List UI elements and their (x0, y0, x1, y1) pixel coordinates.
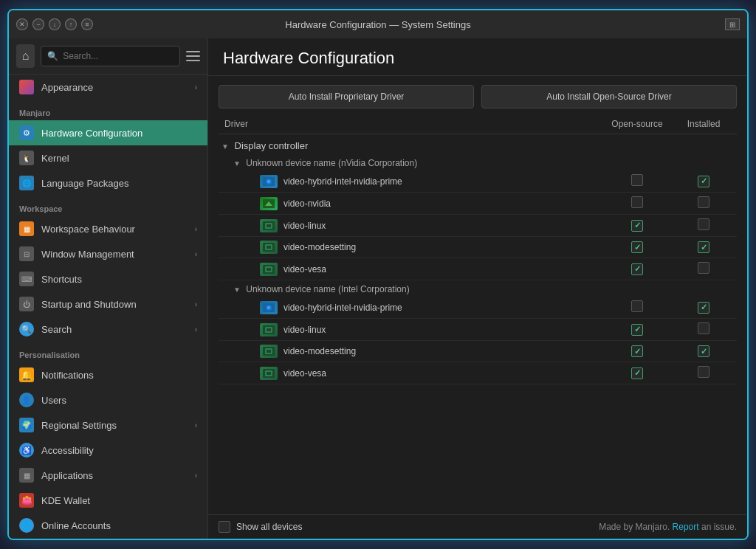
expand-down-icon: ▼ (233, 159, 241, 168)
startup-icon: ⏻ (19, 297, 34, 311)
installed-check-cell: ✓ (670, 297, 737, 319)
driver-icon-chip (260, 367, 278, 380)
installed-check-cell (670, 215, 737, 237)
users-icon: 👤 (19, 393, 34, 407)
driver-name: video-linux (284, 325, 326, 335)
sidebar-item-search[interactable]: 🔍 Search › (9, 317, 207, 342)
search-icon: 🔍 (47, 51, 58, 61)
auto-install-proprietary-button[interactable]: Auto Install Proprietary Driver (219, 85, 474, 108)
installed-checkbox[interactable] (698, 322, 709, 334)
opensource-checkbox[interactable] (631, 174, 643, 186)
driver-table-container: Driver Open-source Installed ▼ Display c… (208, 114, 747, 514)
subsection-label: Unknown device name (nVidia Corporation) (246, 158, 417, 168)
chevron-right-icon: › (195, 225, 197, 233)
sidebar-item-kernel[interactable]: 🐧 Kernel (9, 145, 207, 170)
sidebar-item-language-packages[interactable]: 🌐 Language Packages (9, 170, 207, 196)
sidebar-item-applications[interactable]: ▦ Applications › (9, 463, 207, 488)
sidebar-top: ⌂ 🔍 (9, 38, 207, 75)
sidebar-item-startup-and-shutdown[interactable]: ⏻ Startup and Shutdown › (9, 291, 207, 317)
opensource-checkbox[interactable]: ✓ (631, 263, 643, 275)
language-icon: 🌐 (19, 176, 34, 190)
sidebar-item-label: Appearance (41, 82, 188, 93)
sidebar-item-appearance[interactable]: Appearance › (9, 75, 207, 100)
opensource-checkbox[interactable]: ✓ (631, 367, 643, 379)
driver-icon-chip (260, 323, 278, 336)
report-link[interactable]: Report (673, 522, 699, 532)
show-all-devices-checkbox[interactable] (219, 521, 230, 533)
auto-install-opensource-button[interactable]: Auto Install Open-Source Driver (481, 85, 737, 108)
driver-icon-chip (260, 241, 278, 254)
installed-checkbox[interactable] (698, 262, 709, 274)
section-label-manjaro: Manjaro (9, 100, 207, 120)
subsection-label: Unknown device name (Intel Corporation) (246, 284, 409, 294)
sidebar-item-accessibility[interactable]: ♿ Accessibility (9, 438, 207, 463)
opensource-check-cell: ✓ (604, 362, 670, 384)
sidebar-item-user-feedback[interactable]: 💬 User Feedback (9, 538, 207, 539)
expand-button[interactable]: ⊞ (725, 18, 740, 30)
sidebar: ⌂ 🔍 Appearance › Manjaro (9, 38, 208, 539)
table-row: video-modesetting ✓ ✓ (219, 341, 737, 362)
sidebar-item-label: Language Packages (41, 178, 197, 189)
sidebar-item-shortcuts[interactable]: ⌨ Shortcuts (9, 266, 207, 291)
svg-point-2 (267, 180, 270, 183)
opensource-checkbox[interactable]: ✓ (631, 345, 643, 357)
maximize-up-button[interactable]: ↑ (65, 18, 77, 30)
sidebar-item-label: Online Accounts (41, 520, 197, 531)
minimize-button[interactable]: − (32, 18, 44, 30)
sidebar-item-users[interactable]: 👤 Users (9, 387, 207, 412)
opensource-checkbox[interactable] (631, 196, 643, 208)
table-row: video-linux ✓ (219, 319, 737, 341)
svg-point-15 (267, 306, 270, 309)
hamburger-button[interactable] (186, 47, 200, 65)
sidebar-item-label: KDE Wallet (41, 495, 197, 506)
driver-icon-nvidia-green (260, 197, 278, 210)
sidebar-item-label: Kernel (41, 153, 197, 164)
page-title: Hardware Configuration (223, 49, 732, 68)
maximize-down-button[interactable]: ↓ (49, 18, 61, 30)
installed-checkbox[interactable] (698, 196, 709, 208)
sidebar-item-hardware-configuration[interactable]: ⚙ Hardware Configuration (9, 120, 207, 145)
sidebar-item-notifications[interactable]: 🔔 Notifications (9, 362, 207, 387)
sidebar-item-label: Notifications (41, 370, 197, 381)
chevron-right-icon: › (195, 421, 197, 429)
opensource-checkbox[interactable]: ✓ (631, 241, 643, 253)
regional-icon: 🌍 (19, 418, 34, 432)
sidebar-item-regional-settings[interactable]: 🌍 Regional Settings › (9, 412, 207, 438)
driver-name-cell: video-modesetting (224, 241, 598, 254)
sidebar-item-window-management[interactable]: ⊟ Window Management › (9, 241, 207, 266)
installed-check-cell (670, 319, 737, 341)
chevron-right-icon: › (195, 472, 197, 480)
opensource-checkbox[interactable]: ✓ (631, 324, 643, 336)
chevron-right-icon: › (195, 250, 197, 258)
menu-button[interactable]: ≡ (81, 18, 93, 30)
search-input[interactable] (63, 51, 173, 61)
main-window: ✕ − ↓ ↑ ≡ Hardware Configuration — Syste… (7, 9, 749, 540)
sidebar-item-kde-wallet[interactable]: 👛 KDE Wallet (9, 488, 207, 513)
driver-name-cell: video-modesetting (224, 345, 598, 358)
driver-name: video-hybrid-intel-nvidia-prime (284, 176, 402, 187)
opensource-checkbox[interactable] (631, 300, 643, 312)
window-title: Hardware Configuration — System Settings (285, 19, 470, 30)
installed-checkbox[interactable]: ✓ (698, 302, 709, 314)
sidebar-item-label: Applications (41, 470, 188, 481)
applications-icon: ▦ (19, 468, 34, 483)
opensource-check-cell (604, 170, 670, 193)
installed-checkbox[interactable]: ✓ (698, 241, 709, 253)
installed-check-cell: ✓ (670, 170, 737, 193)
table-row: video-linux ✓ (219, 215, 737, 237)
opensource-checkbox[interactable]: ✓ (631, 220, 643, 232)
installed-check-cell (670, 193, 737, 215)
sidebar-item-workspace-behaviour[interactable]: ▦ Workspace Behaviour › (9, 216, 207, 241)
shortcuts-icon: ⌨ (19, 272, 34, 286)
installed-checkbox[interactable] (698, 218, 709, 230)
home-button[interactable]: ⌂ (16, 44, 35, 68)
sidebar-item-online-accounts[interactable]: 🌐 Online Accounts (9, 513, 207, 538)
close-button[interactable]: ✕ (16, 18, 28, 30)
installed-check-cell: ✓ (670, 341, 737, 362)
col-opensource-header: Open-source (604, 114, 670, 134)
installed-checkbox[interactable] (698, 366, 709, 378)
installed-checkbox[interactable]: ✓ (698, 345, 709, 357)
installed-checkbox[interactable]: ✓ (698, 176, 709, 187)
driver-icon-chip (260, 263, 278, 276)
svg-rect-9 (267, 246, 271, 249)
